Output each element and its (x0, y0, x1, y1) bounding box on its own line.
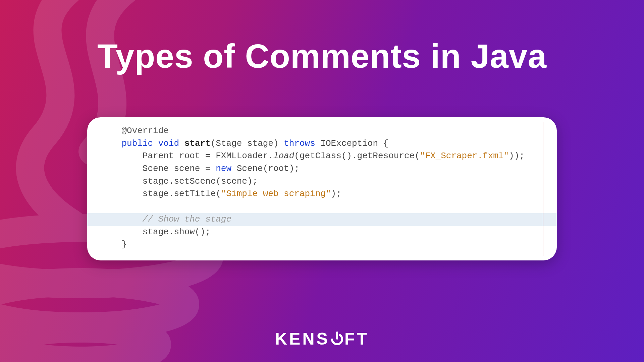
highlighted-comment-line: // Show the stage (87, 213, 557, 226)
code-block: @Override public void start(Stage stage)… (101, 125, 543, 251)
page-title: Types of Comments in Java (0, 37, 644, 75)
power-icon (330, 330, 344, 350)
annotation-override: @Override (121, 126, 168, 136)
svg-point-1 (0, 282, 185, 326)
code-snippet-card: @Override public void start(Stage stage)… (87, 117, 557, 260)
brand-logo: KENSFT (0, 329, 644, 349)
